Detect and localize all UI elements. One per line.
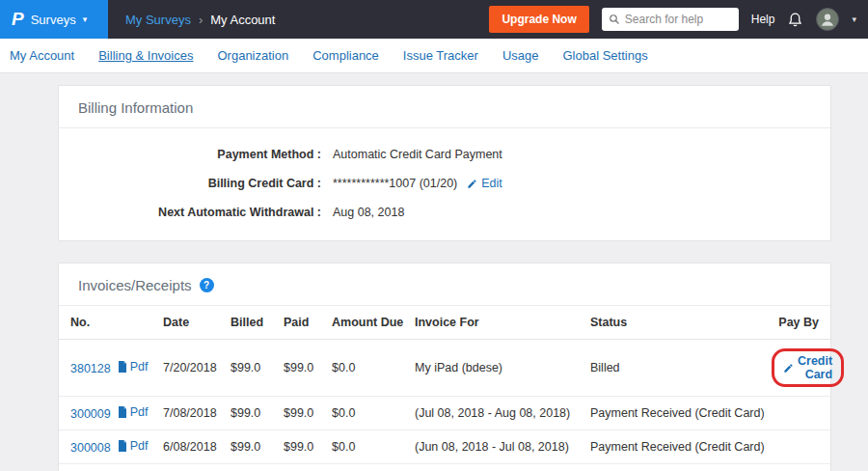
- invoice-status: Billed: [590, 340, 772, 397]
- breadcrumb: My Surveys › My Account: [125, 13, 275, 27]
- billing-information-card: Billing Information Payment Method : Aut…: [58, 85, 831, 241]
- invoice-billed: $99.0: [231, 397, 284, 430]
- invoice-date: 7/20/2018: [163, 340, 231, 397]
- main-content: Billing Information Payment Method : Aut…: [58, 85, 831, 471]
- tab-compliance[interactable]: Compliance: [312, 48, 379, 63]
- invoice-pay-by: [772, 397, 830, 430]
- invoice-row: 300008Pdf 6/08/2018 $99.0 $99.0 $0.0 (Ju…: [59, 430, 830, 464]
- billing-card-title: Billing Information: [78, 99, 193, 116]
- invoices-receipts-card: Invoices/Receipts ? No. Date Billed Paid…: [58, 263, 831, 471]
- billing-credit-card-row: Billing Credit Card : ************1007 (…: [78, 177, 811, 190]
- pay-by-credit-card-link[interactable]: Credit Card: [783, 354, 832, 381]
- pdf-download-link[interactable]: Pdf: [118, 360, 149, 374]
- invoice-number-link[interactable]: 380128: [70, 362, 111, 375]
- invoices-header-row: No. Date Billed Paid Amount Due Invoice …: [59, 306, 830, 340]
- questionpro-logo: P: [12, 9, 24, 30]
- invoice-row: 380128Pdf 7/20/2018 $99.0 $99.0 $0.0 My …: [59, 340, 830, 397]
- col-paid: Paid: [284, 306, 332, 340]
- invoices-table: No. Date Billed Paid Amount Due Invoice …: [59, 306, 830, 464]
- invoice-number-link[interactable]: 300009: [70, 407, 111, 421]
- col-billed: Billed: [231, 306, 284, 340]
- invoice-for: (Jun 08, 2018 - Jul 08, 2018): [415, 430, 590, 464]
- breadcrumb-my-account: My Account: [210, 13, 275, 27]
- search-icon: [609, 14, 620, 25]
- col-status: Status: [590, 306, 772, 340]
- pdf-link-label: Pdf: [130, 439, 149, 453]
- invoice-row: 300009Pdf 7/08/2018 $99.0 $99.0 $0.0 (Ju…: [59, 397, 830, 430]
- billing-fields: Payment Method : Automatic Credit Card P…: [59, 128, 830, 240]
- notifications-bell-icon[interactable]: [787, 12, 803, 28]
- tab-my-account[interactable]: My Account: [10, 48, 74, 63]
- topbar: P Surveys ▾ My Surveys › My Account Upgr…: [0, 0, 868, 39]
- next-withdrawal-label: Next Automatic Withdrawal :: [78, 206, 321, 219]
- invoice-billed: $99.0: [231, 430, 284, 464]
- chevron-down-icon: ▾: [83, 14, 88, 24]
- breadcrumb-separator: ›: [199, 13, 203, 27]
- pdf-file-icon: [118, 440, 127, 452]
- col-date: Date: [163, 306, 231, 340]
- col-invoice-for: Invoice For: [415, 306, 590, 340]
- next-withdrawal-row: Next Automatic Withdrawal : Aug 08, 2018: [78, 206, 811, 219]
- pdf-file-icon: [118, 406, 127, 418]
- invoice-amount-due: $0.0: [332, 340, 415, 397]
- help-link[interactable]: Help: [751, 13, 775, 26]
- payment-method-row: Payment Method : Automatic Credit Card P…: [78, 148, 811, 161]
- payment-method-value: Automatic Credit Card Payment: [333, 148, 502, 161]
- pay-by-label: Credit Card: [798, 354, 832, 381]
- pdf-download-link[interactable]: Pdf: [118, 405, 149, 419]
- user-avatar[interactable]: [816, 8, 839, 31]
- pdf-link-label: Pdf: [130, 405, 149, 419]
- invoice-billed: $99.0: [231, 340, 284, 397]
- invoice-date: 7/08/2018: [163, 397, 231, 430]
- invoice-status: Payment Received (Credit Card): [590, 430, 772, 464]
- next-withdrawal-value: Aug 08, 2018: [333, 206, 404, 219]
- invoice-paid: $99.0: [284, 430, 332, 464]
- invoice-amount-due: $0.0: [332, 397, 415, 430]
- person-icon: [819, 11, 836, 28]
- help-search-box[interactable]: [602, 8, 739, 31]
- invoice-paid: $99.0: [284, 340, 332, 397]
- topbar-actions: Upgrade Now Help ▾: [489, 6, 868, 33]
- tab-organization[interactable]: Organization: [217, 48, 288, 63]
- help-search-input[interactable]: [625, 13, 732, 26]
- invoice-date: 6/08/2018: [163, 430, 231, 464]
- invoice-amount-due: $0.0: [332, 430, 415, 464]
- invoice-status: Payment Received (Credit Card): [590, 397, 772, 430]
- edit-credit-card-link[interactable]: Edit: [467, 177, 502, 190]
- upgrade-now-button[interactable]: Upgrade Now: [489, 6, 588, 33]
- billing-credit-card-label: Billing Credit Card :: [78, 177, 321, 190]
- breadcrumb-my-surveys[interactable]: My Surveys: [125, 13, 191, 27]
- invoice-for: My iPad (bdese): [415, 340, 590, 397]
- billing-card-header: Billing Information: [59, 86, 830, 128]
- pdf-download-link[interactable]: Pdf: [118, 439, 149, 453]
- edit-pencil-icon: [467, 179, 477, 189]
- tab-usage[interactable]: Usage: [502, 48, 539, 63]
- edit-pencil-icon: [783, 363, 794, 374]
- tab-billing-invoices[interactable]: Billing & Invoices: [98, 48, 193, 63]
- product-switcher-menu[interactable]: P Surveys ▾: [0, 0, 108, 39]
- invoice-for: (Jul 08, 2018 - Aug 08, 2018): [415, 397, 590, 430]
- invoices-card-header: Invoices/Receipts ?: [59, 263, 830, 306]
- tab-global-settings[interactable]: Global Settings: [562, 48, 647, 63]
- col-no: No.: [59, 306, 163, 340]
- surveys-menu-label: Surveys: [31, 13, 76, 27]
- col-pay-by: Pay By: [772, 306, 830, 340]
- invoice-paid: $99.0: [284, 397, 332, 430]
- pdf-link-label: Pdf: [130, 360, 149, 374]
- pdf-file-icon: [118, 361, 127, 373]
- col-amount-due: Amount Due: [332, 306, 415, 340]
- invoice-pay-by: [772, 430, 830, 464]
- account-tabs: My Account Billing & Invoices Organizati…: [0, 39, 868, 73]
- billing-credit-card-value: ************1007 (01/20): [333, 177, 457, 190]
- account-chevron-down-icon[interactable]: ▾: [852, 14, 856, 24]
- help-question-icon[interactable]: ?: [200, 278, 214, 292]
- annotation-highlight: Credit Card: [772, 348, 844, 387]
- edit-link-label: Edit: [481, 177, 502, 190]
- payment-method-label: Payment Method :: [78, 148, 321, 161]
- card-bottom-spacer: [59, 464, 830, 471]
- tab-issue-tracker[interactable]: Issue Tracker: [403, 48, 478, 63]
- invoice-number-link[interactable]: 300008: [70, 441, 111, 455]
- invoices-card-title: Invoices/Receipts: [78, 277, 192, 293]
